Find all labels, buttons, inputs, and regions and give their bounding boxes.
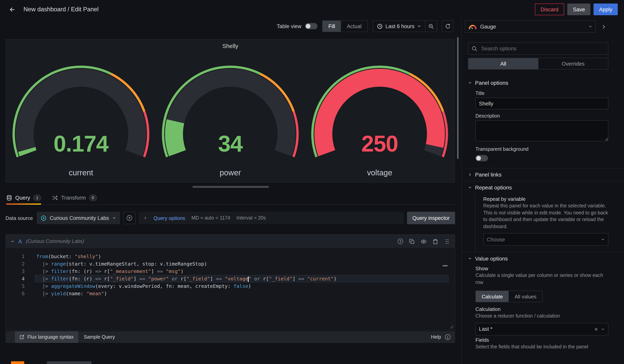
interval-info: Interval = 20s (236, 215, 266, 221)
panel-resize-handle[interactable] (192, 186, 269, 188)
code-line[interactable]: 1from(bucket: "shelly") (6, 253, 455, 260)
help-label[interactable]: Help (431, 334, 441, 340)
actual-option[interactable]: Actual (341, 21, 367, 32)
refresh-button[interactable] (442, 20, 454, 32)
fill-option[interactable]: Fill (323, 21, 341, 32)
gauge-value: 34 (157, 132, 304, 155)
tab-overrides[interactable]: Overrides (538, 58, 608, 69)
calculation-value: Last * (479, 326, 591, 332)
code-line[interactable]: 3 |> filter(fn: (r) => r["_measurement"]… (6, 268, 455, 275)
gauge-voltage: 250 voltage (306, 65, 453, 177)
section-panel-links: Panel links (462, 168, 624, 181)
tab-query[interactable]: Query 1 (6, 191, 41, 204)
chevron-down-icon (417, 24, 421, 28)
save-button[interactable]: Save (568, 3, 591, 15)
visualization-picker[interactable]: Gauge (465, 20, 596, 33)
all-values-option[interactable]: All values (509, 291, 542, 302)
datasource-picker[interactable]: Curious Community Labs (37, 212, 120, 224)
panel-options-title: Panel options (475, 80, 508, 86)
query-options-link[interactable]: Query options (154, 215, 185, 221)
tab-all[interactable]: All (468, 58, 538, 69)
query-options-row[interactable]: Query options MD = auto = 1174 Interval … (139, 212, 404, 224)
cut-off-button-gray[interactable] (47, 361, 91, 364)
calculation-select[interactable]: Last * × (475, 323, 608, 335)
drag-handle-icon[interactable] (444, 238, 450, 244)
main-column: Table view Fill Actual Last 6 hours (0, 19, 461, 364)
back-button[interactable] (6, 3, 18, 15)
chevron-down-icon (601, 237, 605, 241)
gauge-power: 34 power (157, 65, 304, 177)
show-description: Calculate a single value per column or s… (475, 272, 608, 286)
panel-links-header[interactable]: Panel links (462, 168, 624, 181)
panel-title-input[interactable] (475, 98, 608, 109)
calculation-description: Choose a reducer function / calculation (475, 313, 608, 320)
transparent-background-label: Transparent background (475, 146, 608, 152)
value-options-title: Value options (475, 255, 508, 262)
editor-resize-corner[interactable] (450, 325, 454, 329)
repeat-options-header[interactable]: Repeat options (462, 181, 624, 194)
database-icon (6, 195, 12, 201)
calculate-option[interactable]: Calculate (476, 291, 509, 302)
options-search-input[interactable] (481, 45, 605, 52)
query-row-header[interactable]: A (Curious Community Labs) ? (6, 235, 455, 248)
collapse-chevron-icon[interactable] (11, 239, 14, 243)
flux-code[interactable]: 1from(bucket: "shelly")2 |> range(start:… (6, 248, 455, 297)
help-icon[interactable]: ? (398, 239, 403, 244)
external-link-icon (20, 335, 24, 339)
tab-query-label: Query (15, 195, 30, 201)
fields-description: Select the fields that should be include… (475, 343, 608, 350)
clear-icon[interactable]: × (594, 326, 598, 332)
code-line[interactable]: 2 |> range(start: v.timeRangeStart, stop… (6, 260, 455, 268)
gauge-value: 0.174 (7, 132, 155, 155)
discard-button[interactable]: Discard (535, 3, 564, 15)
repeat-description: Repeat this panel for each value in the … (483, 203, 608, 230)
panel-options-header[interactable]: Panel options (462, 77, 624, 89)
collapse-options-button[interactable] (598, 20, 610, 33)
show-label: Show (475, 266, 608, 272)
table-view-toggle[interactable] (305, 23, 317, 29)
toggle-knob (306, 24, 311, 28)
info-circle-icon[interactable]: i (445, 334, 450, 340)
tab-transform[interactable]: Transform 0 (52, 191, 97, 204)
title-label: Title (475, 91, 608, 96)
search-icon (471, 46, 477, 51)
datasource-help-button[interactable]: ? (123, 212, 135, 224)
chevron-down-icon (588, 25, 592, 28)
transparent-background-toggle[interactable] (475, 155, 488, 161)
time-range-label: Last 6 hours (385, 23, 415, 29)
time-controls: Last 6 hours (372, 20, 437, 32)
repeat-variable-select[interactable]: Choose (483, 233, 608, 246)
code-line[interactable]: 6 |> yield(name: "mean") (6, 290, 455, 297)
zoom-out-icon (428, 23, 434, 29)
top-bar: New dashboard / Edit Panel Discard Save … (0, 0, 624, 19)
gauge-label: power (157, 168, 304, 177)
flux-syntax-button[interactable]: Flux language syntax (15, 331, 78, 343)
main-scrollbar[interactable] (457, 37, 459, 159)
sample-query-button[interactable]: Sample Query (78, 331, 120, 343)
options-search[interactable] (468, 42, 608, 55)
cut-off-button-orange[interactable] (11, 361, 24, 364)
value-options-header[interactable]: Value options (462, 252, 624, 265)
query-datasource-hint: (Curious Community Labs) (26, 239, 84, 244)
value-options-body: Show Calculate a single value per column… (462, 265, 624, 359)
delete-icon[interactable] (432, 238, 438, 244)
panel-preview[interactable]: Shelly 0.174 current 34 power 250 (5, 39, 455, 183)
panel-links-title: Panel links (475, 171, 501, 178)
flux-syntax-label: Flux language syntax (27, 334, 74, 340)
query-count-badge: 1 (33, 194, 41, 201)
duplicate-icon[interactable] (409, 238, 415, 244)
query-inspector-button[interactable]: Query inspector (407, 212, 455, 224)
code-line[interactable]: 5 |> aggregateWindow(every: v.windowPeri… (6, 282, 455, 290)
code-line[interactable]: 4 |> filter(fn: (r) => r["_field"] == "p… (6, 275, 455, 282)
description-textarea[interactable] (475, 120, 608, 141)
fill-actual-switch: Fill Actual (322, 20, 368, 32)
chevron-right-icon (601, 24, 607, 29)
editor-footer: Flux language syntax Sample Query Help i (5, 331, 455, 343)
apply-button[interactable]: Apply (594, 3, 618, 15)
max-data-points: MD = auto = 1174 (191, 215, 230, 221)
hide-response-icon[interactable] (421, 238, 427, 244)
time-range-picker[interactable]: Last 6 hours (373, 21, 425, 32)
zoom-out-button[interactable] (425, 21, 437, 32)
refresh-icon (445, 23, 451, 29)
transform-count-badge: 0 (89, 194, 97, 201)
